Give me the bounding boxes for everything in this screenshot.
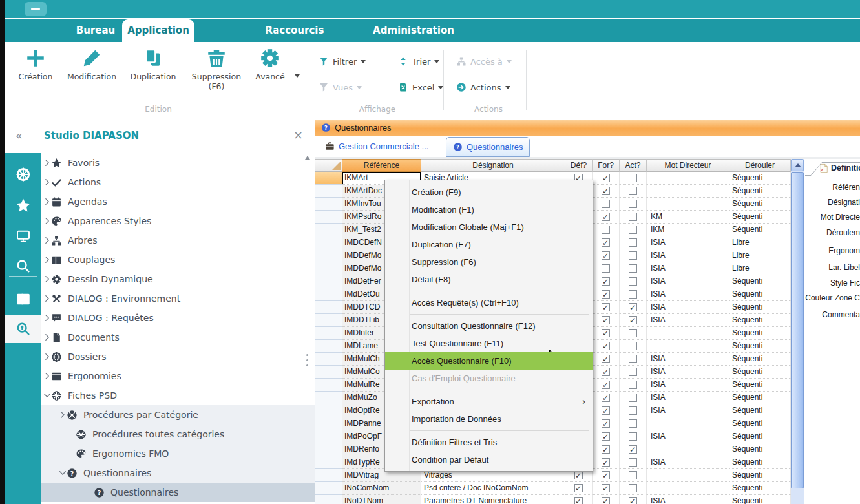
scroll-up-button[interactable] xyxy=(791,159,804,171)
rail-button-columns[interactable] xyxy=(5,285,41,313)
row-selector-cell[interactable] xyxy=(315,340,342,353)
cell-mot-directeur[interactable]: ISIA xyxy=(647,353,729,366)
for-checkbox[interactable] xyxy=(602,213,610,221)
cell-deroulement[interactable]: Séquenti xyxy=(729,288,791,301)
cell-for[interactable] xyxy=(593,379,620,392)
row-selector-cell[interactable] xyxy=(315,456,342,469)
suppression-button[interactable]: Suppression (F6) xyxy=(187,47,246,91)
cell-mot-directeur[interactable]: ISIA xyxy=(647,366,729,379)
cell-act[interactable] xyxy=(620,482,647,495)
sidebar-item-ergonomies[interactable]: Ergonomies xyxy=(41,366,315,386)
for-checkbox[interactable] xyxy=(602,471,610,479)
cell-act[interactable] xyxy=(620,495,647,504)
cell-for[interactable] xyxy=(593,456,620,469)
for-checkbox[interactable] xyxy=(602,316,610,324)
chevron-down-icon[interactable] xyxy=(58,468,67,478)
chevron-down-icon[interactable] xyxy=(43,391,52,400)
cell-act[interactable] xyxy=(620,417,647,430)
tab-gestion-commerciale[interactable]: Gestion Commerciale ... xyxy=(319,138,435,155)
cell-mot-directeur[interactable]: ISIA xyxy=(647,301,729,314)
menu-item-d-tail-f8-[interactable]: Détail (F8) xyxy=(385,271,593,288)
cell-deroulement[interactable]: Libre xyxy=(729,236,791,249)
cell-def[interactable] xyxy=(565,495,593,504)
sidebar-close-button[interactable]: × xyxy=(293,128,303,142)
for-checkbox[interactable] xyxy=(602,432,610,441)
for-checkbox[interactable] xyxy=(602,497,610,504)
cell-act[interactable] xyxy=(620,404,647,417)
row-selector-cell[interactable] xyxy=(315,366,342,379)
for-checkbox[interactable] xyxy=(602,381,610,389)
for-checkbox[interactable] xyxy=(602,187,610,195)
row-selector-cell[interactable] xyxy=(315,495,342,504)
cell-deroulement[interactable]: Séquenti xyxy=(729,469,791,482)
cell-mot-directeur[interactable] xyxy=(647,185,729,198)
act-checkbox[interactable] xyxy=(629,355,637,363)
for-checkbox[interactable] xyxy=(602,394,610,402)
for-checkbox[interactable] xyxy=(602,445,610,454)
cell-deroulement[interactable]: Séquenti xyxy=(729,224,791,236)
cell-for[interactable] xyxy=(593,417,620,430)
def-checkbox[interactable] xyxy=(574,471,583,479)
act-checkbox[interactable] xyxy=(629,277,637,286)
chevron-right-icon[interactable] xyxy=(43,197,52,206)
cell-deroulement[interactable]: Libre xyxy=(729,262,791,275)
row-selector-cell[interactable] xyxy=(315,172,342,185)
sidebar-item-documents[interactable]: Documents xyxy=(41,328,315,347)
acces-a-button[interactable]: Accès à xyxy=(456,54,512,68)
scroll-up-icon[interactable] xyxy=(305,156,310,160)
act-checkbox[interactable] xyxy=(629,174,637,182)
cell-mot-directeur[interactable] xyxy=(647,340,729,353)
act-checkbox[interactable] xyxy=(629,316,637,324)
sidebar-item-dialog-requ-tes[interactable]: DIALOG : Requêtes xyxy=(41,308,315,328)
for-checkbox[interactable] xyxy=(602,419,610,428)
column-header-dsignation[interactable]: Désignation xyxy=(421,159,565,172)
row-selector-cell[interactable] xyxy=(315,430,342,443)
cell-for[interactable] xyxy=(593,366,620,379)
cell-for[interactable] xyxy=(593,404,620,417)
cell-deroulement[interactable]: Séquenti xyxy=(729,314,791,327)
cell-mot-directeur[interactable] xyxy=(647,443,729,456)
sidebar-item-dossiers[interactable]: Dossiers xyxy=(41,347,315,366)
cell-for[interactable] xyxy=(593,392,620,404)
for-checkbox[interactable] xyxy=(602,342,610,350)
act-checkbox[interactable] xyxy=(629,238,637,247)
cell-for[interactable] xyxy=(593,211,620,224)
chevron-right-icon[interactable] xyxy=(43,216,52,226)
cell-deroulement[interactable]: Séquenti xyxy=(729,340,791,353)
rail-button-monitor[interactable] xyxy=(5,222,41,251)
cell-mot-directeur[interactable] xyxy=(647,198,729,211)
cell-act[interactable] xyxy=(620,224,647,236)
chevron-right-icon[interactable] xyxy=(43,313,52,322)
cell-deroulement[interactable]: Séquenti xyxy=(729,456,791,469)
chevron-right-icon[interactable] xyxy=(43,178,52,187)
ribbon-tab-application[interactable]: Application xyxy=(122,19,194,42)
cell-act[interactable] xyxy=(620,198,647,211)
table-corner-cell[interactable] xyxy=(315,159,342,172)
cell-deroulement[interactable]: Séquenti xyxy=(729,211,791,224)
cell-act[interactable] xyxy=(620,443,647,456)
row-selector-cell[interactable] xyxy=(315,417,342,430)
chevron-right-icon[interactable] xyxy=(43,236,52,245)
cell-deroulement[interactable]: Séquenti xyxy=(729,172,791,185)
sidebar-item-apparences-styles[interactable]: Apparences Styles xyxy=(41,211,315,231)
chevron-right-icon[interactable] xyxy=(43,294,52,303)
row-selector-cell[interactable] xyxy=(315,224,342,236)
sidebar-item-proc-dures-par-cat-gorie[interactable]: Procédures par Catégorie xyxy=(41,405,315,425)
cell-mot-directeur[interactable] xyxy=(647,327,729,340)
cell-deroulement[interactable]: Séquenti xyxy=(729,482,791,495)
menu-item-duplication-f7-[interactable]: Duplication (F7) xyxy=(385,236,593,253)
column-header-for[interactable]: For? xyxy=(593,159,620,172)
sidebar-item-ergonomies-fmo[interactable]: Ergonomies FMO xyxy=(41,444,315,463)
cell-for[interactable] xyxy=(593,469,620,482)
table-row[interactable]: INoDTNomParametres DT NomenclatureISIASé… xyxy=(315,495,791,504)
rail-button-star[interactable] xyxy=(5,191,41,220)
for-checkbox[interactable] xyxy=(602,329,610,337)
trier-button[interactable]: Trier xyxy=(398,54,439,68)
cell-def[interactable] xyxy=(565,482,593,495)
cell-act[interactable] xyxy=(620,430,647,443)
cell-mot-directeur[interactable] xyxy=(647,469,729,482)
cell-mot-directeur[interactable]: ISIA xyxy=(647,236,729,249)
act-checkbox[interactable] xyxy=(629,200,637,208)
creation-button[interactable]: Création xyxy=(6,47,65,81)
cell-act[interactable] xyxy=(620,340,647,353)
